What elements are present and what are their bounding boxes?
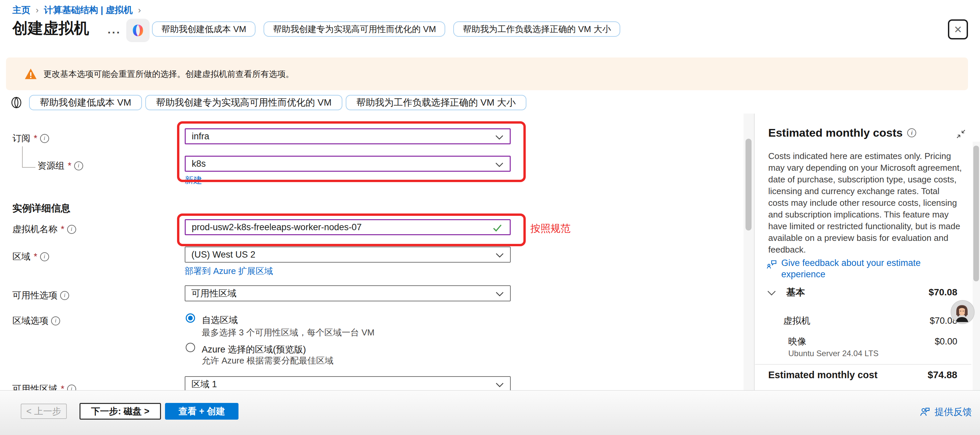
availability-options-label-row: 可用性选项 i — [12, 289, 69, 301]
cost-item-image-name: 映像 — [788, 335, 806, 347]
suggest-low-cost-vm-button[interactable]: 帮助我创建低成本 VM — [152, 21, 256, 37]
estimate-feedback-link[interactable]: Give feedback about your estimate experi… — [766, 257, 962, 280]
avatar-image — [951, 301, 973, 322]
collapse-panel-icon[interactable] — [956, 129, 966, 139]
subscription-dropdown[interactable]: infra — [185, 128, 511, 144]
cost-panel-title: Estimated monthly costs — [768, 126, 902, 139]
cost-group-row: 基本 $70.08 — [768, 286, 957, 299]
chevron-down-icon — [495, 253, 504, 258]
suggest-low-cost-vm-button[interactable]: 帮助我创建低成本 VM — [29, 95, 142, 110]
radio-azure-selected-zones-desc: 允许 Azure 根据需要分配最佳区域 — [202, 355, 333, 366]
chevron-down-icon — [495, 162, 504, 167]
expander-chevron-icon[interactable] — [767, 290, 776, 296]
required-mark: * — [61, 224, 64, 234]
cost-item-image-detail: Ubuntu Server 24.04 LTS — [788, 349, 878, 358]
info-icon[interactable]: i — [67, 225, 76, 234]
vm-name-input[interactable]: prod-usw2-k8s-freeleaps-worker-nodes-07 — [185, 219, 511, 235]
cost-item-row: 虚拟机 $70.08 — [768, 315, 957, 327]
review-create-button[interactable]: 查看 + 创建 — [165, 403, 239, 420]
panel-scrollbar-thumb[interactable] — [973, 146, 979, 281]
radio-self-selected-zones-label[interactable]: 自选区域 — [202, 314, 238, 326]
close-button[interactable]: ✕ — [948, 19, 968, 40]
copilot-outline-icon[interactable] — [9, 94, 24, 111]
create-new-resource-group-link[interactable]: 新建 — [185, 174, 202, 186]
vm-name-label: 虚拟机名称 — [12, 223, 57, 235]
required-mark: * — [34, 133, 37, 143]
more-options-button[interactable]: ··· — [108, 26, 121, 39]
availability-zone-value: 区域 1 — [191, 378, 217, 390]
info-icon[interactable]: i — [40, 252, 49, 261]
chevron-down-icon — [495, 292, 504, 297]
info-icon[interactable]: i — [40, 134, 49, 143]
zone-options-label: 区域选项 — [12, 315, 48, 327]
subscription-label: 订阅 — [12, 132, 30, 144]
availability-options-dropdown[interactable]: 可用性区域 — [185, 285, 511, 301]
suggest-right-vm-size-button[interactable]: 帮助我为工作负载选择正确的 VM 大小 — [346, 95, 527, 110]
zone-options-label-row: 区域选项 i — [12, 315, 60, 327]
deploy-edge-zone-link[interactable]: 部署到 Azure 扩展区域 — [185, 265, 273, 277]
form-scrollbar-thumb[interactable] — [746, 139, 751, 231]
info-icon[interactable]: i — [74, 161, 83, 170]
cost-group-name: 基本 — [786, 286, 805, 299]
assistant-avatar[interactable] — [951, 300, 975, 324]
radio-azure-selected-zones[interactable] — [186, 343, 195, 352]
region-value: (US) West US 2 — [191, 250, 256, 260]
cost-total-label: Estimated monthly cost — [768, 370, 877, 381]
availability-zone-dropdown[interactable]: 区域 1 — [185, 376, 511, 392]
chevron-down-icon — [495, 382, 504, 387]
info-icon[interactable]: i — [907, 128, 916, 137]
region-label: 区域 — [12, 250, 30, 263]
create-vm-page: 主页 › 计算基础结构 | 虚拟机 › 创建虚拟机 ··· 帮助我创建低成本 V… — [0, 0, 980, 435]
cost-group-amount: $70.08 — [929, 287, 957, 298]
suggest-high-availability-vm-button[interactable]: 帮助我创建专为实现高可用性而优化的 VM — [145, 95, 342, 110]
cost-item-vm-name: 虚拟机 — [783, 315, 810, 327]
breadcrumb-section[interactable]: 计算基础结构 | 虚拟机 — [44, 4, 133, 16]
copilot-suggestions-row: 帮助我创建低成本 VM 帮助我创建专为实现高可用性而优化的 VM 帮助我为工作负… — [29, 95, 527, 110]
valid-check-icon — [492, 223, 502, 232]
availability-options-value: 可用性区域 — [191, 287, 237, 300]
cost-disclaimer-text: Costs indicated here are estimates only.… — [768, 150, 962, 256]
vm-name-annotation: 按照规范 — [530, 222, 571, 236]
vm-name-value: prod-usw2-k8s-freeleaps-worker-nodes-07 — [192, 222, 362, 233]
copilot-button[interactable] — [126, 19, 150, 42]
required-mark: * — [68, 161, 72, 171]
info-icon[interactable]: i — [51, 316, 60, 325]
cost-total-amount: $74.88 — [928, 370, 957, 381]
breadcrumb-separator: › — [36, 5, 39, 15]
feedback-bubbles-icon — [766, 257, 778, 270]
subscription-value: infra — [192, 131, 209, 142]
suggest-right-vm-size-button[interactable]: 帮助我为工作负载选择正确的 VM 大小 — [453, 21, 620, 37]
copilot-icon — [130, 23, 146, 38]
suggest-high-availability-vm-button[interactable]: 帮助我创建专为实现高可用性而优化的 VM — [264, 21, 445, 37]
page-title: 创建虚拟机 — [12, 18, 89, 39]
field-connector-line — [22, 147, 35, 168]
cost-total-row: Estimated monthly cost $74.88 — [768, 370, 957, 381]
next-step-disks-button[interactable]: 下一步: 磁盘 > — [80, 403, 161, 420]
radio-azure-selected-zones-label[interactable]: Azure 选择的区域(预览版) — [202, 343, 306, 355]
breadcrumb-home[interactable]: 主页 — [12, 4, 30, 16]
resource-group-dropdown[interactable]: k8s — [185, 156, 511, 172]
close-icon: ✕ — [954, 24, 962, 35]
radio-self-selected-zones[interactable] — [186, 313, 195, 323]
breadcrumb-separator: › — [138, 5, 141, 15]
cost-total-divider — [755, 364, 971, 365]
person-feedback-icon — [919, 406, 931, 417]
copilot-suggestions-top: 帮助我创建低成本 VM 帮助我创建专为实现高可用性而优化的 VM 帮助我为工作负… — [152, 21, 620, 37]
warning-icon — [24, 67, 37, 80]
warning-text: 更改基本选项可能会重置所做的选择。创建虚拟机前查看所有选项。 — [43, 69, 294, 80]
region-label-row: 区域 * i — [12, 250, 49, 263]
radio-self-selected-zones-desc: 最多选择 3 个可用性区域，每个区域一台 VM — [202, 327, 374, 338]
resource-group-value: k8s — [192, 159, 206, 169]
resource-group-label: 资源组 — [37, 160, 64, 172]
estimate-feedback-link-text: Give feedback about your estimate experi… — [781, 257, 962, 280]
cost-panel-title-row: Estimated monthly costs i — [768, 126, 916, 139]
region-dropdown[interactable]: (US) West US 2 — [185, 247, 511, 263]
warning-banner: 更改基本选项可能会重置所做的选择。创建虚拟机前查看所有选项。 — [6, 57, 968, 90]
info-icon[interactable]: i — [60, 291, 69, 300]
provide-feedback-link[interactable]: 提供反馈 — [919, 406, 972, 418]
panel-divider — [754, 113, 754, 390]
previous-step-button[interactable]: < 上一步 — [21, 403, 67, 419]
breadcrumb: 主页 › 计算基础结构 | 虚拟机 › — [12, 4, 141, 16]
vm-name-label-row: 虚拟机名称 * i — [12, 223, 76, 235]
resource-group-label-row: 资源组 * i — [37, 160, 83, 172]
